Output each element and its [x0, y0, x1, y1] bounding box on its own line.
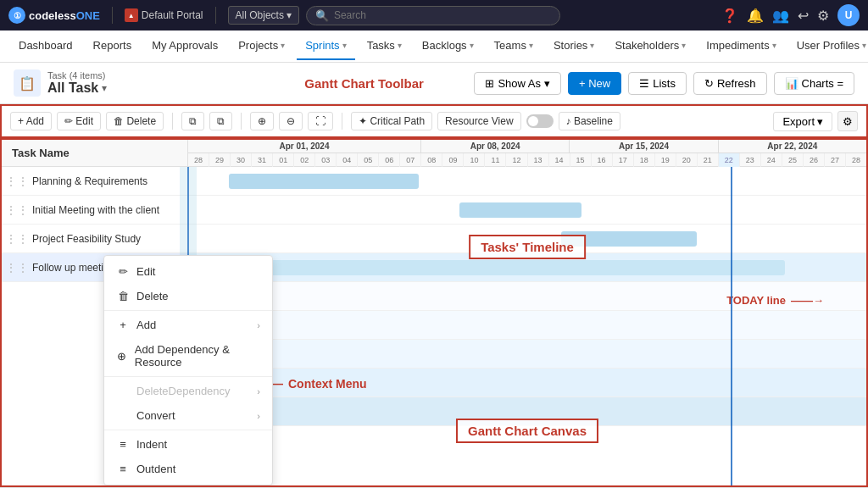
nav-item-dashboard[interactable]: Dashboard [10, 32, 81, 60]
add-button[interactable]: + Add [10, 112, 52, 130]
gantt-header: Task Name Apr 01, 2024 Apr 08, 2024 Apr … [2, 140, 866, 167]
fullscreen-button[interactable]: ⛶ [308, 112, 333, 130]
ctx-delete[interactable]: 🗑 Delete [104, 284, 272, 308]
nav-bar: Dashboard Reports My Approvals Projects … [0, 30, 868, 63]
divider [112, 7, 113, 24]
main-area: Task Name Apr 01, 2024 Apr 08, 2024 Apr … [0, 138, 868, 487]
ctx-add[interactable]: + Add › [104, 313, 272, 337]
nav-item-stories[interactable]: Stories ▾ [545, 32, 603, 60]
nav-item-reports[interactable]: Reports [85, 32, 141, 60]
ctx-indent[interactable]: ≡ Indent [104, 432, 272, 457]
drag-handle-3[interactable]: ⋮⋮ [5, 232, 29, 246]
avatar[interactable]: U [837, 4, 860, 26]
task-name-header: Task Name [2, 140, 188, 166]
logo-icon: ① [8, 7, 25, 24]
all-objects-button[interactable]: All Objects ▾ [228, 6, 299, 25]
drag-handle-2[interactable]: ⋮⋮ [5, 203, 29, 217]
lists-button[interactable]: ☰ Lists [628, 72, 687, 95]
context-menu: ✏ Edit 🗑 Delete + Add › ⊕ Add Dependency… [103, 255, 273, 485]
gantt-bar-3 [561, 231, 697, 247]
gantt-row-1 [188, 167, 866, 196]
separator2 [241, 113, 242, 130]
nav-item-sprints[interactable]: Sprints ▾ [297, 32, 354, 60]
delete-button[interactable]: 🗑 Delete [106, 112, 164, 130]
nav-item-impediments[interactable]: Impediments ▾ [698, 32, 784, 60]
task-name-1: Planning & Requirements [32, 175, 181, 187]
portal-icon: ▲ [125, 8, 138, 22]
resource-view-toggle[interactable] [526, 114, 554, 128]
nav-item-teams[interactable]: Teams ▾ [486, 32, 542, 60]
add-icon: + [116, 319, 130, 331]
new-button[interactable]: + New [568, 72, 621, 95]
zoom-in-button[interactable]: ⊕ [250, 112, 274, 130]
history-icon[interactable]: ↩ [798, 8, 809, 24]
logo: ① codelessONE [8, 7, 100, 24]
gantt-bar-1 [229, 174, 419, 189]
top-bar: ① codelessONE ▲ Default Portal All Objec… [0, 0, 868, 30]
users-icon[interactable]: 👥 [772, 8, 789, 24]
week-apr08: Apr 08, 2024 [421, 140, 570, 152]
nav-item-userprofiles[interactable]: User Profiles ▾ [788, 32, 868, 60]
task-icon: 📋 [14, 69, 41, 97]
paste-button[interactable]: ⧉ [209, 112, 232, 130]
settings-icon[interactable]: ⚙ [817, 8, 829, 24]
gantt-row-8 [188, 369, 866, 397]
gantt-row-6 [188, 311, 866, 340]
ctx-convert[interactable]: Convert › [104, 403, 272, 428]
gantt-chart-area: Tasks' Timeline TODAY line ——→ Gantt Cha… [188, 167, 866, 485]
drag-handle-1[interactable]: ⋮⋮ [5, 175, 29, 188]
task-info: Task (4 items) All Task ▾ [47, 70, 254, 96]
week-row: Apr 01, 2024 Apr 08, 2024 Apr 15, 2024 A… [188, 140, 866, 153]
dependency-icon: ⊕ [116, 350, 128, 363]
task-row-1[interactable]: ⋮⋮ Planning & Requirements [2, 167, 187, 196]
ctx-edit[interactable]: ✏ Edit [104, 259, 272, 284]
ctx-add-dependency[interactable]: ⊕ Add Dependency & Resource [104, 337, 272, 374]
refresh-button[interactable]: ↻ Refresh [693, 72, 767, 95]
toolbar-settings-icon[interactable]: ⚙ [837, 111, 858, 131]
nav-item-tasks[interactable]: Tasks ▾ [359, 32, 410, 60]
ctx-sep-3 [104, 430, 272, 430]
week-apr01: Apr 01, 2024 [188, 140, 421, 152]
task-row-2[interactable]: ⋮⋮ Initial Meeting with the client [2, 196, 187, 225]
baseline-button[interactable]: ♪ Baseline [559, 112, 620, 130]
zoom-out-button[interactable]: ⊖ [279, 112, 303, 130]
gantt-row-5 [188, 282, 866, 311]
gantt-row-9 [188, 397, 866, 426]
annotation-gantt-toolbar: Gantt Chart Toolbar [261, 76, 468, 91]
gantt-bar-2 [459, 202, 581, 218]
ctx-outdent[interactable]: ≡ Outdent [104, 457, 272, 481]
critical-path-button[interactable]: ✦ Critical Path [351, 112, 432, 130]
edit-button[interactable]: ✏ Edit [57, 112, 101, 130]
copy-button[interactable]: ⧉ [181, 112, 204, 130]
resource-view-button[interactable]: Resource View [437, 112, 520, 130]
edit-icon: ✏ [116, 265, 130, 278]
search-bar[interactable]: 🔍 [306, 6, 560, 25]
task-row-3[interactable]: ⋮⋮ Project Feasibility Study [2, 225, 187, 253]
delete-dep-arrow: › [257, 386, 260, 396]
separator1 [172, 113, 173, 130]
nav-item-projects[interactable]: Projects ▾ [230, 32, 293, 60]
drag-handle-4[interactable]: ⋮⋮ [5, 261, 29, 274]
export-button[interactable]: Export ▾ [773, 112, 832, 131]
ctx-delete-dependency: DeleteDependency › [104, 379, 272, 403]
task-count: Task (4 items) [47, 70, 254, 80]
nav-item-approvals[interactable]: My Approvals [143, 32, 226, 60]
header-actions: ⊞ Show As ▾ + New ☰ Lists ↻ Refresh 📊 Ch… [474, 72, 854, 95]
top-icons: ❓ 🔔 👥 ↩ ⚙ U [721, 4, 860, 26]
gantt-row-7 [188, 340, 866, 369]
charts-button[interactable]: 📊 Charts = [774, 72, 855, 95]
gantt-row-2 [188, 196, 866, 225]
logo-name: codelessONE [29, 9, 100, 22]
gantt-bar-4 [188, 260, 785, 275]
help-icon[interactable]: ❓ [721, 8, 738, 24]
task-title: All Task ▾ [47, 80, 254, 96]
nav-item-stakeholders[interactable]: Stakeholders ▾ [606, 32, 694, 60]
show-as-button[interactable]: ⊞ Show As ▾ [474, 72, 561, 95]
today-line-gantt [731, 167, 732, 485]
search-input[interactable] [334, 9, 551, 21]
ctx-sep-1 [104, 310, 272, 311]
divider2 [215, 7, 216, 24]
nav-item-backlogs[interactable]: Backlogs ▾ [414, 32, 482, 60]
notifications-icon[interactable]: 🔔 [747, 8, 764, 24]
date-headers: Apr 01, 2024 Apr 08, 2024 Apr 15, 2024 A… [188, 140, 866, 166]
